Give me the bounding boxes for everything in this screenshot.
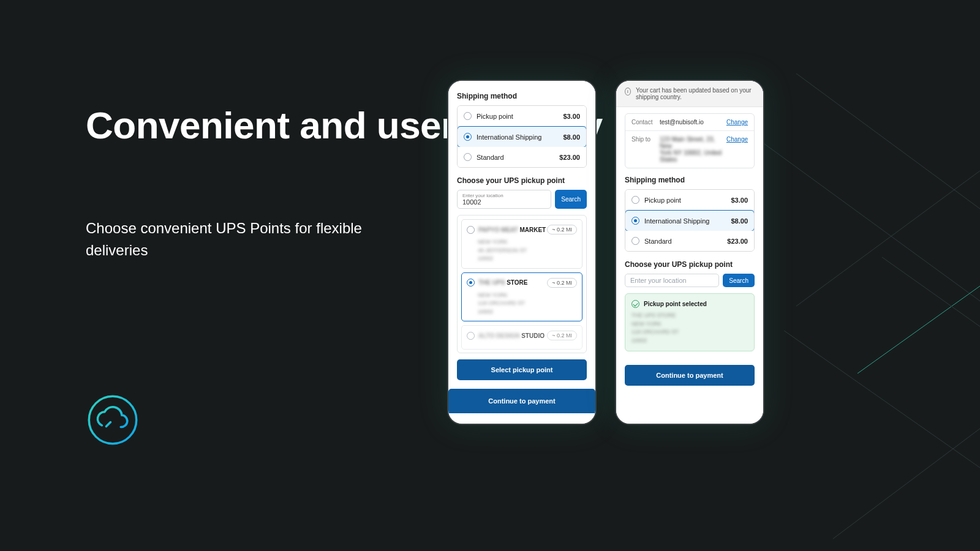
pickup-results: PAPYO MEAT MARKET ~ 0.2 MI NEW YORK48 JE… xyxy=(457,215,587,353)
pickup-result[interactable]: ALTO DESIGN STUDIO ~ 0.2 MI xyxy=(461,325,582,350)
option-price: $23.00 xyxy=(727,238,748,245)
svg-line-5 xyxy=(833,392,980,539)
shipping-options: Pickup point $3.00 International Shippin… xyxy=(625,189,755,252)
change-link[interactable]: Change xyxy=(726,136,748,143)
selected-address: THE UPS STORENEW YORK118 ORCHARD ST10002 xyxy=(631,312,748,345)
pickup-result[interactable]: THE UPS STORE ~ 0.2 MI NEW YORK118 ORCHA… xyxy=(461,272,582,322)
check-icon xyxy=(631,300,639,308)
option-label: Pickup point xyxy=(644,197,681,204)
brand-logo-icon xyxy=(86,393,140,447)
pickup-result[interactable]: PAPYO MEAT MARKET ~ 0.2 MI NEW YORK48 JE… xyxy=(461,219,582,269)
shipping-option-standard[interactable]: Standard $23.00 xyxy=(458,147,586,167)
change-link[interactable]: Change xyxy=(726,119,748,126)
result-name: STORE xyxy=(507,279,527,286)
option-price: $8.00 xyxy=(563,133,580,141)
pickup-point-title: Choose your UPS pickup point xyxy=(625,260,755,269)
shipping-option-international[interactable]: International Shipping $8.00 xyxy=(625,210,755,231)
search-button[interactable]: Search xyxy=(723,274,755,287)
pickup-point-title: Choose your UPS pickup point xyxy=(457,176,587,185)
continue-button[interactable]: Continue to payment xyxy=(625,365,755,386)
svg-line-1 xyxy=(735,122,980,337)
result-name: STUDIO xyxy=(521,332,545,339)
selected-pickup-box: Pickup point selected THE UPS STORENEW Y… xyxy=(625,293,755,351)
radio-icon xyxy=(467,226,475,234)
shipto-row: Ship to 123 Main Street, 23, NewYork NY … xyxy=(625,131,754,168)
subheadline: Choose convenient UPS Points for flexibl… xyxy=(86,217,404,261)
contact-ship-info: Contact test@nubisoft.io Change Ship to … xyxy=(625,113,755,168)
search-button[interactable]: Search xyxy=(555,190,587,209)
shipping-method-title: Shipping method xyxy=(457,92,587,100)
shipto-label: Ship to xyxy=(631,136,660,143)
radio-icon xyxy=(467,279,475,287)
update-banner: i Your cart has been updated based on yo… xyxy=(616,81,763,107)
svg-line-4 xyxy=(784,331,980,502)
shipping-option-standard[interactable]: Standard $23.00 xyxy=(625,231,754,251)
option-label: Pickup point xyxy=(477,113,513,120)
option-price: $3.00 xyxy=(563,113,580,120)
svg-line-0 xyxy=(796,73,980,245)
radio-icon xyxy=(631,196,639,204)
option-label: Standard xyxy=(644,238,672,245)
distance-badge: ~ 0.2 MI xyxy=(547,225,577,234)
distance-badge: ~ 0.2 MI xyxy=(547,278,577,288)
shipto-value: 123 Main Street, 23, NewYork NY 10002, U… xyxy=(660,136,726,163)
radio-icon xyxy=(631,217,639,225)
shipping-options: Pickup point $3.00 International Shippin… xyxy=(457,105,587,168)
phone-mockup-2: i Your cart has been updated based on yo… xyxy=(615,80,764,425)
option-label: International Shipping xyxy=(477,133,541,141)
result-name: MARKET xyxy=(519,227,546,233)
location-input[interactable]: Enter your location 10002 xyxy=(457,190,551,209)
radio-icon xyxy=(467,332,475,340)
info-icon: i xyxy=(625,88,631,96)
input-placeholder: Enter your location xyxy=(630,277,714,284)
radio-icon xyxy=(464,153,472,161)
option-price: $23.00 xyxy=(559,154,580,161)
option-label: International Shipping xyxy=(644,217,709,225)
shipping-method-title: Shipping method xyxy=(625,176,755,184)
input-label: Enter your location xyxy=(462,193,546,198)
selected-label: Pickup point selected xyxy=(644,301,707,307)
input-value: 10002 xyxy=(462,198,546,206)
continue-button[interactable]: Continue to payment xyxy=(448,389,595,413)
banner-text: Your cart has been updated based on your… xyxy=(636,87,755,100)
radio-icon xyxy=(464,133,472,141)
svg-line-3 xyxy=(858,251,980,373)
radio-icon xyxy=(464,112,472,120)
result-address: NEW YORK48 JEFFERSON ST10002 xyxy=(478,238,577,263)
svg-line-2 xyxy=(796,135,980,306)
radio-icon xyxy=(631,237,639,245)
option-price: $8.00 xyxy=(731,217,748,225)
result-address: NEW YORK118 ORCHARD ST10002 xyxy=(478,291,577,317)
select-pickup-button[interactable]: Select pickup point xyxy=(457,359,587,380)
contact-row: Contact test@nubisoft.io Change xyxy=(625,114,754,131)
contact-value: test@nubisoft.io xyxy=(660,119,726,126)
option-label: Standard xyxy=(477,154,504,161)
phone-mockup-1: Shipping method Pickup point $3.00 Inter… xyxy=(447,80,597,425)
shipping-option-pickup[interactable]: Pickup point $3.00 xyxy=(458,106,586,127)
distance-badge: ~ 0.2 MI xyxy=(547,331,577,340)
svg-line-6 xyxy=(882,257,980,361)
shipping-option-pickup[interactable]: Pickup point $3.00 xyxy=(625,190,754,211)
contact-label: Contact xyxy=(631,119,660,126)
option-price: $3.00 xyxy=(731,197,748,204)
svg-point-7 xyxy=(89,396,136,443)
location-input[interactable]: Enter your location xyxy=(625,274,719,287)
shipping-option-international[interactable]: International Shipping $8.00 xyxy=(457,126,587,148)
